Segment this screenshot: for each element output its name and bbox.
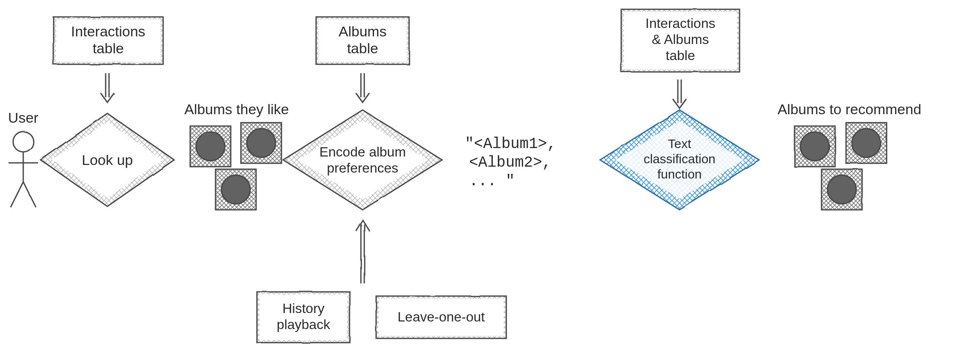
arrow-albums-to-encode [356, 73, 369, 102]
album-icon [794, 126, 835, 167]
svg-line-6 [23, 182, 36, 207]
interactions-albums-label-2: & Albums [652, 32, 709, 47]
user-icon [8, 132, 38, 207]
albums-table-label-2: table [347, 40, 378, 56]
svg-point-17 [247, 129, 276, 157]
svg-point-41 [852, 129, 881, 157]
user-label: User [8, 110, 38, 126]
encode-node [283, 110, 442, 210]
lookup-label: Look up [82, 152, 133, 168]
svg-point-15 [196, 132, 225, 161]
album-icon [822, 169, 862, 210]
album-icon [216, 169, 256, 210]
svg-point-19 [221, 175, 250, 204]
albums-they-like-label: Albums they like [184, 101, 289, 117]
album-icon [846, 123, 887, 163]
history-playback-label-1: History [282, 301, 325, 316]
albums-to-recommend-label: Albums to recommend [778, 101, 921, 117]
arrow-interactions-to-lookup [101, 73, 114, 102]
flow-diagram: User Interactions table Look up Albums t… [0, 0, 980, 357]
arrow-methods-to-encode [356, 220, 369, 283]
encoded-output-line-3: ... " [469, 173, 515, 190]
album-icon [190, 126, 231, 167]
svg-marker-25 [298, 120, 428, 200]
svg-line-5 [11, 182, 23, 207]
leave-one-out-label: Leave-one-out [398, 309, 485, 324]
classifier-label-3: function [657, 167, 702, 181]
encode-label-1: Encode album [319, 144, 406, 159]
svg-point-3 [13, 132, 33, 152]
interactions-table-label-2: table [93, 40, 124, 56]
encoded-output-line-2: <Album2>, [469, 154, 551, 171]
encode-label-2: preferences [327, 160, 399, 176]
encoded-output-line-1: "<Album1>, [465, 135, 556, 153]
arrow-tables-to-classifier [673, 80, 686, 108]
svg-point-43 [827, 175, 856, 204]
album-icon [241, 123, 281, 163]
interactions-albums-label-3: table [666, 48, 695, 63]
albums-they-like-icons [190, 123, 281, 210]
history-playback-label-2: playback [277, 317, 330, 332]
interactions-albums-label-1: Interactions [645, 16, 715, 31]
albums-to-recommend-icons [794, 123, 887, 210]
svg-point-39 [800, 132, 829, 161]
classifier-label-2: classification [644, 152, 715, 166]
interactions-table-label-1: Interactions [71, 23, 145, 39]
albums-table-label-1: Albums [338, 23, 386, 39]
classifier-label-1: Text [668, 137, 691, 151]
